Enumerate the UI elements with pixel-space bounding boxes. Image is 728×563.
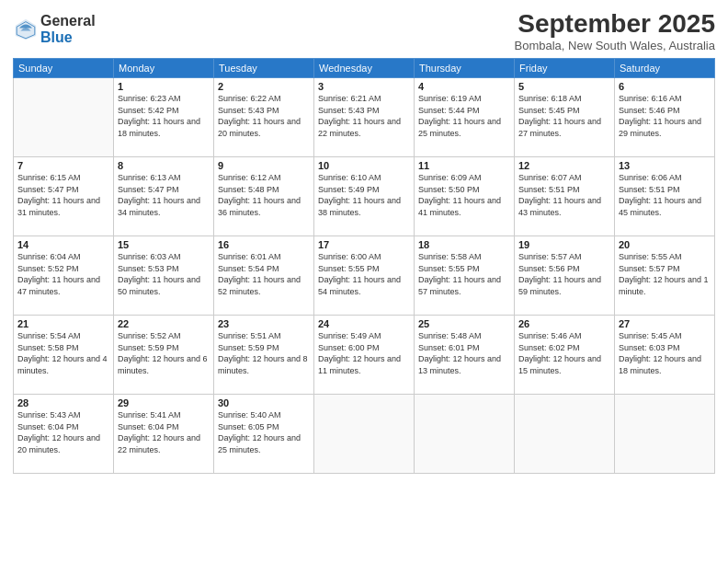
day-number: 11 [418,160,510,171]
table-row [415,395,515,474]
calendar-table: Sunday Monday Tuesday Wednesday Thursday… [13,58,715,474]
day-number: 12 [518,160,610,171]
day-info: Sunrise: 6:18 AM Sunset: 5:45 PM Dayligh… [518,93,610,139]
page: General Blue September 2025 Bombala, New… [0,0,728,563]
table-row: 2Sunrise: 6:22 AM Sunset: 5:43 PM Daylig… [214,78,314,157]
table-row: 14Sunrise: 6:04 AM Sunset: 5:52 PM Dayli… [14,236,114,316]
table-row: 1Sunrise: 6:23 AM Sunset: 5:42 PM Daylig… [114,78,214,157]
day-number: 17 [318,239,410,250]
day-number: 13 [619,160,711,171]
logo-text: General Blue [40,13,96,45]
calendar-week-row: 14Sunrise: 6:04 AM Sunset: 5:52 PM Dayli… [14,236,715,316]
day-info: Sunrise: 6:12 AM Sunset: 5:48 PM Dayligh… [218,172,310,218]
table-row: 28Sunrise: 5:43 AM Sunset: 6:04 PM Dayli… [14,395,114,474]
day-info: Sunrise: 6:23 AM Sunset: 5:42 PM Dayligh… [118,93,210,139]
logo-blue-text: Blue [40,29,96,46]
table-row: 20Sunrise: 5:55 AM Sunset: 5:57 PM Dayli… [615,236,715,316]
table-row: 3Sunrise: 6:21 AM Sunset: 5:43 PM Daylig… [314,78,415,157]
day-info: Sunrise: 6:10 AM Sunset: 5:49 PM Dayligh… [318,172,410,218]
day-number: 10 [318,160,410,171]
day-number: 26 [518,318,610,329]
calendar-week-row: 21Sunrise: 5:54 AM Sunset: 5:58 PM Dayli… [14,316,715,395]
location: Bombala, New South Wales, Australia [515,39,715,52]
day-number: 1 [118,81,210,92]
table-row: 30Sunrise: 5:40 AM Sunset: 6:05 PM Dayli… [214,395,314,474]
day-info: Sunrise: 5:48 AM Sunset: 6:01 PM Dayligh… [418,330,510,376]
day-info: Sunrise: 5:49 AM Sunset: 6:00 PM Dayligh… [318,330,410,376]
day-number: 7 [17,160,109,171]
table-row: 7Sunrise: 6:15 AM Sunset: 5:47 PM Daylig… [14,157,114,236]
table-row: 24Sunrise: 5:49 AM Sunset: 6:00 PM Dayli… [314,316,415,395]
table-row [314,395,415,474]
day-info: Sunrise: 6:09 AM Sunset: 5:50 PM Dayligh… [418,172,510,218]
table-row: 9Sunrise: 6:12 AM Sunset: 5:48 PM Daylig… [214,157,314,236]
header-friday: Friday [515,59,615,78]
day-info: Sunrise: 6:22 AM Sunset: 5:43 PM Dayligh… [218,93,310,139]
day-number: 9 [218,160,310,171]
day-number: 20 [619,239,711,250]
day-info: Sunrise: 5:57 AM Sunset: 5:56 PM Dayligh… [518,251,610,297]
day-info: Sunrise: 6:15 AM Sunset: 5:47 PM Dayligh… [17,172,109,218]
day-number: 18 [418,239,510,250]
table-row: 13Sunrise: 6:06 AM Sunset: 5:51 PM Dayli… [615,157,715,236]
day-info: Sunrise: 6:07 AM Sunset: 5:51 PM Dayligh… [518,172,610,218]
title-section: September 2025 Bombala, New South Wales,… [515,9,715,52]
day-info: Sunrise: 6:04 AM Sunset: 5:52 PM Dayligh… [17,251,109,297]
day-number: 30 [218,397,310,408]
day-info: Sunrise: 5:46 AM Sunset: 6:02 PM Dayligh… [518,330,610,376]
table-row: 26Sunrise: 5:46 AM Sunset: 6:02 PM Dayli… [515,316,615,395]
table-row: 25Sunrise: 5:48 AM Sunset: 6:01 PM Dayli… [415,316,515,395]
day-number: 21 [17,318,109,329]
table-row: 15Sunrise: 6:03 AM Sunset: 5:53 PM Dayli… [114,236,214,316]
day-number: 14 [17,239,109,250]
table-row: 6Sunrise: 6:16 AM Sunset: 5:46 PM Daylig… [615,78,715,157]
table-row: 11Sunrise: 6:09 AM Sunset: 5:50 PM Dayli… [415,157,515,236]
table-row: 18Sunrise: 5:58 AM Sunset: 5:55 PM Dayli… [415,236,515,316]
month-title: September 2025 [515,9,715,39]
table-row: 29Sunrise: 5:41 AM Sunset: 6:04 PM Dayli… [114,395,214,474]
table-row: 16Sunrise: 6:01 AM Sunset: 5:54 PM Dayli… [214,236,314,316]
day-info: Sunrise: 5:58 AM Sunset: 5:55 PM Dayligh… [418,251,510,297]
day-info: Sunrise: 5:55 AM Sunset: 5:57 PM Dayligh… [619,251,711,297]
day-info: Sunrise: 5:51 AM Sunset: 5:59 PM Dayligh… [218,330,310,376]
day-number: 24 [318,318,410,329]
day-number: 16 [218,239,310,250]
day-info: Sunrise: 6:19 AM Sunset: 5:44 PM Dayligh… [418,93,510,139]
day-number: 22 [118,318,210,329]
header-wednesday: Wednesday [314,59,415,78]
day-info: Sunrise: 5:40 AM Sunset: 6:05 PM Dayligh… [218,409,310,455]
table-row: 27Sunrise: 5:45 AM Sunset: 6:03 PM Dayli… [615,316,715,395]
logo-icon [13,17,39,42]
day-number: 27 [619,318,711,329]
day-info: Sunrise: 6:00 AM Sunset: 5:55 PM Dayligh… [318,251,410,297]
day-number: 4 [418,81,510,92]
day-number: 23 [218,318,310,329]
day-number: 2 [218,81,310,92]
logo-general-text: General [40,13,96,29]
day-info: Sunrise: 5:43 AM Sunset: 6:04 PM Dayligh… [17,409,109,455]
day-info: Sunrise: 5:45 AM Sunset: 6:03 PM Dayligh… [619,330,711,376]
day-info: Sunrise: 6:16 AM Sunset: 5:46 PM Dayligh… [619,93,711,139]
day-number: 8 [118,160,210,171]
table-row: 8Sunrise: 6:13 AM Sunset: 5:47 PM Daylig… [114,157,214,236]
table-row: 19Sunrise: 5:57 AM Sunset: 5:56 PM Dayli… [515,236,615,316]
header-saturday: Saturday [615,59,715,78]
table-row: 22Sunrise: 5:52 AM Sunset: 5:59 PM Dayli… [114,316,214,395]
header: General Blue September 2025 Bombala, New… [13,9,715,52]
calendar-week-row: 7Sunrise: 6:15 AM Sunset: 5:47 PM Daylig… [14,157,715,236]
header-tuesday: Tuesday [214,59,314,78]
calendar-week-row: 1Sunrise: 6:23 AM Sunset: 5:42 PM Daylig… [14,78,715,157]
table-row: 21Sunrise: 5:54 AM Sunset: 5:58 PM Dayli… [14,316,114,395]
table-row: 5Sunrise: 6:18 AM Sunset: 5:45 PM Daylig… [515,78,615,157]
table-row [14,78,114,157]
header-monday: Monday [114,59,214,78]
day-number: 19 [518,239,610,250]
calendar-header-row: Sunday Monday Tuesday Wednesday Thursday… [14,59,715,78]
day-info: Sunrise: 6:21 AM Sunset: 5:43 PM Dayligh… [318,93,410,139]
day-number: 25 [418,318,510,329]
calendar-week-row: 28Sunrise: 5:43 AM Sunset: 6:04 PM Dayli… [14,395,715,474]
day-number: 28 [17,397,109,408]
day-info: Sunrise: 5:41 AM Sunset: 6:04 PM Dayligh… [118,409,210,455]
table-row: 10Sunrise: 6:10 AM Sunset: 5:49 PM Dayli… [314,157,415,236]
table-row: 17Sunrise: 6:00 AM Sunset: 5:55 PM Dayli… [314,236,415,316]
